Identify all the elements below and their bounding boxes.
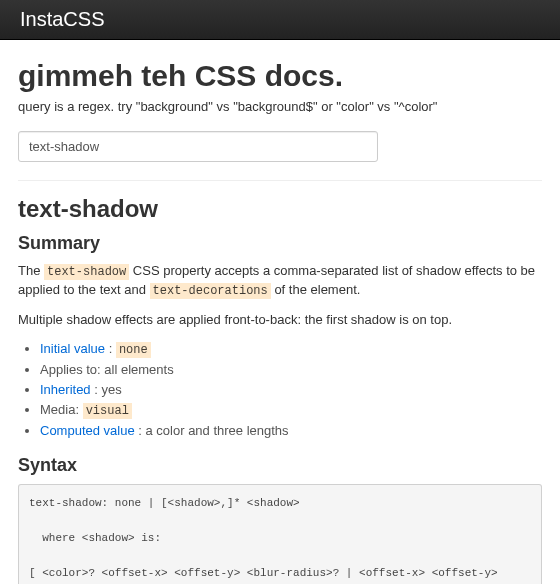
code-text-shadow: text-shadow — [44, 264, 129, 280]
list-item: Media: visual — [40, 400, 542, 421]
summary-paragraph-1: The text-shadow CSS property accepts a c… — [18, 262, 542, 301]
text: : a color and three lengths — [135, 423, 289, 438]
text: of the element. — [271, 282, 361, 297]
search-input[interactable] — [18, 131, 378, 162]
text: Media: — [40, 402, 83, 417]
text: The — [18, 263, 44, 278]
main-container: gimmeh teh CSS docs. query is a regex. t… — [0, 40, 560, 584]
syntax-code-block: text-shadow: none | [<shadow>,]* <shadow… — [18, 484, 542, 584]
syntax-heading: Syntax — [18, 455, 542, 476]
summary-paragraph-2: Multiple shadow effects are applied fron… — [18, 311, 542, 330]
list-item: Computed value : a color and three lengt… — [40, 421, 542, 441]
code-text-decorations: text-decorations — [150, 283, 271, 299]
page-subtitle: query is a regex. try "background" vs "b… — [18, 98, 542, 117]
list-item: Inherited : yes — [40, 380, 542, 400]
text: : — [105, 341, 116, 356]
brand: InstaCSS — [20, 8, 104, 31]
computed-value-link[interactable]: Computed value — [40, 423, 135, 438]
divider — [18, 180, 542, 181]
list-item: Initial value : none — [40, 339, 542, 360]
page-title: gimmeh teh CSS docs. — [18, 58, 542, 94]
inherited-link[interactable]: Inherited — [40, 382, 91, 397]
doc-title: text-shadow — [18, 195, 542, 223]
summary-heading: Summary — [18, 233, 542, 254]
property-list: Initial value : none Applies to: all ele… — [40, 339, 542, 441]
code-none: none — [116, 342, 151, 358]
code-visual: visual — [83, 403, 132, 419]
initial-value-link[interactable]: Initial value — [40, 341, 105, 356]
list-item: Applies to: all elements — [40, 360, 542, 380]
navbar: InstaCSS — [0, 0, 560, 40]
text: : yes — [91, 382, 122, 397]
